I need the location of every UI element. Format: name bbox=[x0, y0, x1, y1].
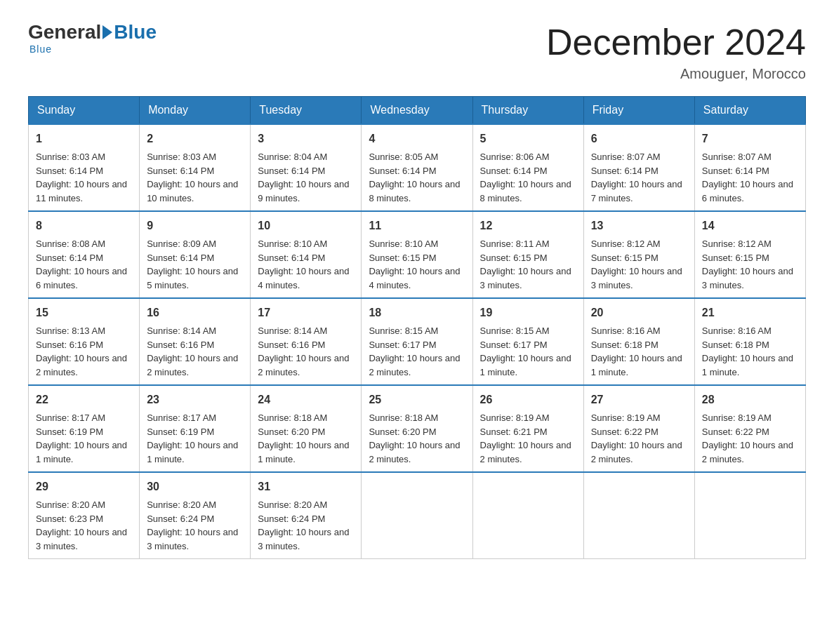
calendar-cell: 15 Sunrise: 8:13 AM Sunset: 6:16 PM Dayl… bbox=[29, 298, 140, 385]
logo-blue: Blue bbox=[114, 21, 157, 43]
calendar-week-row: 8 Sunrise: 8:08 AM Sunset: 6:14 PM Dayli… bbox=[29, 211, 806, 298]
day-number: 14 bbox=[702, 217, 798, 234]
calendar-cell: 22 Sunrise: 8:17 AM Sunset: 6:19 PM Dayl… bbox=[29, 385, 140, 472]
calendar-cell: 1 Sunrise: 8:03 AM Sunset: 6:14 PM Dayli… bbox=[29, 124, 140, 211]
calendar-cell: 20 Sunrise: 8:16 AM Sunset: 6:18 PM Dayl… bbox=[583, 298, 694, 385]
calendar-cell: 12 Sunrise: 8:11 AM Sunset: 6:15 PM Dayl… bbox=[472, 211, 583, 298]
calendar-cell: 17 Sunrise: 8:14 AM Sunset: 6:16 PM Dayl… bbox=[251, 298, 362, 385]
calendar-week-row: 29 Sunrise: 8:20 AM Sunset: 6:23 PM Dayl… bbox=[29, 472, 806, 559]
weekday-header-monday: Monday bbox=[140, 97, 251, 125]
day-info: Sunrise: 8:07 AM Sunset: 6:14 PM Dayligh… bbox=[591, 152, 682, 203]
day-info: Sunrise: 8:17 AM Sunset: 6:19 PM Dayligh… bbox=[147, 412, 238, 464]
calendar-cell: 3 Sunrise: 8:04 AM Sunset: 6:14 PM Dayli… bbox=[251, 124, 362, 211]
calendar-cell: 6 Sunrise: 8:07 AM Sunset: 6:14 PM Dayli… bbox=[583, 124, 694, 211]
month-title: December 2024 bbox=[546, 21, 806, 63]
day-info: Sunrise: 8:14 AM Sunset: 6:16 PM Dayligh… bbox=[147, 326, 238, 377]
calendar-cell: 26 Sunrise: 8:19 AM Sunset: 6:21 PM Dayl… bbox=[472, 385, 583, 472]
day-number: 12 bbox=[480, 217, 576, 234]
day-info: Sunrise: 8:11 AM Sunset: 6:15 PM Dayligh… bbox=[480, 239, 571, 290]
weekday-header-friday: Friday bbox=[583, 97, 694, 125]
calendar-cell: 25 Sunrise: 8:18 AM Sunset: 6:20 PM Dayl… bbox=[362, 385, 472, 472]
weekday-header-thursday: Thursday bbox=[472, 97, 583, 125]
day-number: 21 bbox=[702, 304, 798, 321]
day-info: Sunrise: 8:20 AM Sunset: 6:23 PM Dayligh… bbox=[36, 499, 127, 551]
logo-subtitle: Blue bbox=[29, 43, 52, 55]
weekday-header-sunday: Sunday bbox=[29, 97, 140, 125]
day-number: 7 bbox=[702, 130, 798, 147]
day-info: Sunrise: 8:16 AM Sunset: 6:18 PM Dayligh… bbox=[702, 326, 793, 377]
calendar-cell: 10 Sunrise: 8:10 AM Sunset: 6:14 PM Dayl… bbox=[251, 211, 362, 298]
calendar-week-row: 22 Sunrise: 8:17 AM Sunset: 6:19 PM Dayl… bbox=[29, 385, 806, 472]
day-number: 24 bbox=[258, 391, 354, 408]
day-number: 9 bbox=[147, 217, 243, 234]
day-info: Sunrise: 8:14 AM Sunset: 6:16 PM Dayligh… bbox=[258, 326, 349, 377]
day-info: Sunrise: 8:19 AM Sunset: 6:22 PM Dayligh… bbox=[702, 412, 793, 464]
day-number: 27 bbox=[591, 391, 687, 408]
calendar-cell: 30 Sunrise: 8:20 AM Sunset: 6:24 PM Dayl… bbox=[140, 472, 251, 559]
day-info: Sunrise: 8:12 AM Sunset: 6:15 PM Dayligh… bbox=[591, 239, 682, 290]
calendar-cell: 13 Sunrise: 8:12 AM Sunset: 6:15 PM Dayl… bbox=[583, 211, 694, 298]
day-info: Sunrise: 8:04 AM Sunset: 6:14 PM Dayligh… bbox=[258, 152, 349, 203]
day-info: Sunrise: 8:13 AM Sunset: 6:16 PM Dayligh… bbox=[36, 326, 127, 377]
day-info: Sunrise: 8:19 AM Sunset: 6:22 PM Dayligh… bbox=[591, 412, 682, 464]
calendar-cell: 9 Sunrise: 8:09 AM Sunset: 6:14 PM Dayli… bbox=[140, 211, 251, 298]
day-info: Sunrise: 8:12 AM Sunset: 6:15 PM Dayligh… bbox=[702, 239, 793, 290]
calendar-cell: 8 Sunrise: 8:08 AM Sunset: 6:14 PM Dayli… bbox=[29, 211, 140, 298]
day-number: 2 bbox=[147, 130, 243, 147]
day-number: 29 bbox=[36, 478, 132, 495]
calendar-cell bbox=[694, 472, 805, 559]
title-block: December 2024 Amouguer, Morocco bbox=[546, 21, 806, 82]
day-info: Sunrise: 8:08 AM Sunset: 6:14 PM Dayligh… bbox=[36, 239, 127, 290]
calendar-cell: 27 Sunrise: 8:19 AM Sunset: 6:22 PM Dayl… bbox=[583, 385, 694, 472]
day-number: 26 bbox=[480, 391, 576, 408]
calendar-week-row: 15 Sunrise: 8:13 AM Sunset: 6:16 PM Dayl… bbox=[29, 298, 806, 385]
day-number: 1 bbox=[36, 130, 132, 147]
calendar-cell bbox=[362, 472, 472, 559]
day-number: 28 bbox=[702, 391, 798, 408]
calendar-cell: 24 Sunrise: 8:18 AM Sunset: 6:20 PM Dayl… bbox=[251, 385, 362, 472]
day-info: Sunrise: 8:18 AM Sunset: 6:20 PM Dayligh… bbox=[258, 412, 349, 464]
calendar-cell: 28 Sunrise: 8:19 AM Sunset: 6:22 PM Dayl… bbox=[694, 385, 805, 472]
day-number: 5 bbox=[480, 130, 576, 147]
day-number: 22 bbox=[36, 391, 132, 408]
day-number: 6 bbox=[591, 130, 687, 147]
logo-general: General bbox=[28, 21, 101, 43]
weekday-header-saturday: Saturday bbox=[694, 97, 805, 125]
day-number: 10 bbox=[258, 217, 354, 234]
day-number: 3 bbox=[258, 130, 354, 147]
calendar-table: SundayMondayTuesdayWednesdayThursdayFrid… bbox=[28, 96, 806, 559]
day-number: 23 bbox=[147, 391, 243, 408]
page-header: General Blue Blue December 2024 Amouguer… bbox=[28, 21, 806, 82]
calendar-cell: 29 Sunrise: 8:20 AM Sunset: 6:23 PM Dayl… bbox=[29, 472, 140, 559]
weekday-header-tuesday: Tuesday bbox=[251, 97, 362, 125]
day-info: Sunrise: 8:10 AM Sunset: 6:14 PM Dayligh… bbox=[258, 239, 349, 290]
logo-arrow-icon bbox=[102, 25, 112, 39]
day-info: Sunrise: 8:03 AM Sunset: 6:14 PM Dayligh… bbox=[147, 152, 238, 203]
calendar-week-row: 1 Sunrise: 8:03 AM Sunset: 6:14 PM Dayli… bbox=[29, 124, 806, 211]
day-info: Sunrise: 8:03 AM Sunset: 6:14 PM Dayligh… bbox=[36, 152, 127, 203]
calendar-cell: 2 Sunrise: 8:03 AM Sunset: 6:14 PM Dayli… bbox=[140, 124, 251, 211]
calendar-cell: 23 Sunrise: 8:17 AM Sunset: 6:19 PM Dayl… bbox=[140, 385, 251, 472]
calendar-header-row: SundayMondayTuesdayWednesdayThursdayFrid… bbox=[29, 97, 806, 125]
location: Amouguer, Morocco bbox=[546, 66, 806, 82]
day-info: Sunrise: 8:06 AM Sunset: 6:14 PM Dayligh… bbox=[480, 152, 571, 203]
calendar-cell bbox=[583, 472, 694, 559]
day-info: Sunrise: 8:18 AM Sunset: 6:20 PM Dayligh… bbox=[369, 412, 460, 464]
calendar-cell: 21 Sunrise: 8:16 AM Sunset: 6:18 PM Dayl… bbox=[694, 298, 805, 385]
day-info: Sunrise: 8:19 AM Sunset: 6:21 PM Dayligh… bbox=[480, 412, 571, 464]
calendar-cell: 18 Sunrise: 8:15 AM Sunset: 6:17 PM Dayl… bbox=[362, 298, 472, 385]
day-info: Sunrise: 8:09 AM Sunset: 6:14 PM Dayligh… bbox=[147, 239, 238, 290]
calendar-cell: 11 Sunrise: 8:10 AM Sunset: 6:15 PM Dayl… bbox=[362, 211, 472, 298]
day-number: 25 bbox=[369, 391, 465, 408]
day-number: 15 bbox=[36, 304, 132, 321]
day-number: 13 bbox=[591, 217, 687, 234]
day-number: 11 bbox=[369, 217, 465, 234]
logo: General Blue Blue bbox=[28, 21, 157, 55]
day-number: 18 bbox=[369, 304, 465, 321]
day-info: Sunrise: 8:07 AM Sunset: 6:14 PM Dayligh… bbox=[702, 152, 793, 203]
day-info: Sunrise: 8:10 AM Sunset: 6:15 PM Dayligh… bbox=[369, 239, 460, 290]
day-info: Sunrise: 8:17 AM Sunset: 6:19 PM Dayligh… bbox=[36, 412, 127, 464]
calendar-cell bbox=[472, 472, 583, 559]
calendar-cell: 19 Sunrise: 8:15 AM Sunset: 6:17 PM Dayl… bbox=[472, 298, 583, 385]
calendar-cell: 7 Sunrise: 8:07 AM Sunset: 6:14 PM Dayli… bbox=[694, 124, 805, 211]
